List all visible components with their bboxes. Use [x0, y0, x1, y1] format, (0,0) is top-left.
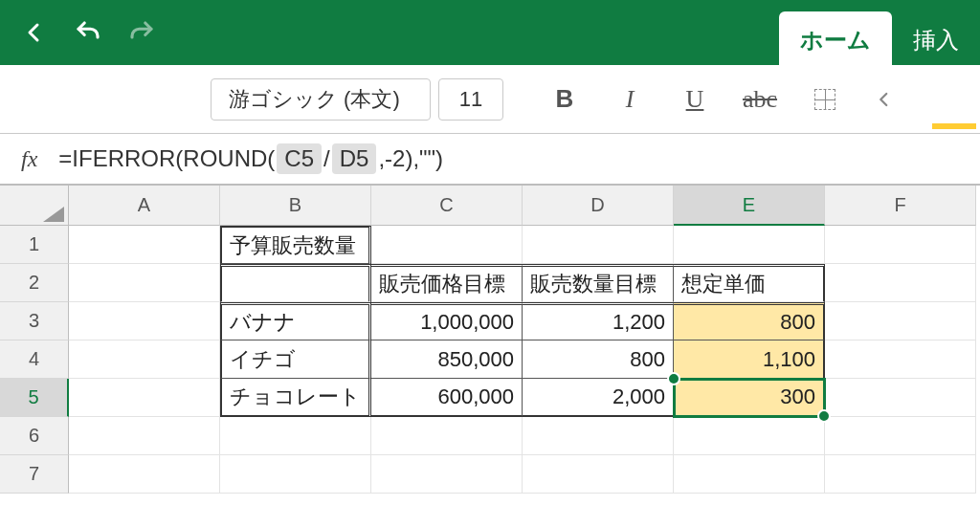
cell-A7[interactable]: [69, 455, 220, 494]
cell-A5[interactable]: [69, 379, 220, 417]
cell-E2[interactable]: 想定単価: [674, 264, 825, 302]
row-header-6[interactable]: 6: [0, 417, 69, 455]
cell-C2[interactable]: 販売価格目標: [371, 264, 523, 302]
row-4: 4 イチゴ 850,000 800 1,100: [0, 340, 980, 379]
spreadsheet-grid: A B C D E F 1 予算販売数量 2 販売価格目標 販売数量目標 想定単…: [0, 186, 980, 494]
cell-B7[interactable]: [220, 455, 371, 494]
fx-icon[interactable]: fx: [21, 146, 37, 172]
row-5: 5 チョコレート 600,000 2,000 300: [0, 379, 980, 417]
col-header-B[interactable]: B: [220, 186, 371, 226]
underline-button[interactable]: U: [666, 77, 724, 122]
row-6: 6: [0, 417, 980, 455]
ribbon-tabs: ホーム 挿入: [779, 8, 980, 65]
cell-B6[interactable]: [220, 417, 371, 455]
cell-F2[interactable]: [825, 264, 976, 302]
cell-A6[interactable]: [69, 417, 220, 455]
strike-button[interactable]: abc: [731, 77, 789, 122]
tab-insert[interactable]: 挿入: [892, 11, 980, 65]
col-header-C[interactable]: C: [371, 186, 523, 226]
cell-E6[interactable]: [674, 417, 825, 455]
cell-B2[interactable]: [220, 264, 371, 302]
cell-C1[interactable]: [371, 226, 523, 264]
cell-D2[interactable]: 販売数量目標: [523, 264, 674, 302]
redo-button[interactable]: [115, 10, 168, 55]
back-button[interactable]: [8, 10, 61, 55]
row-header-2[interactable]: 2: [0, 264, 69, 302]
cell-A1[interactable]: [69, 226, 220, 264]
column-header-row: A B C D E F: [0, 186, 980, 226]
cell-E5[interactable]: 300: [674, 379, 825, 417]
cell-D7[interactable]: [523, 455, 674, 494]
formula-bar: fx =IFERROR(ROUND( C5 / D5 ,-2),""): [0, 134, 980, 186]
cell-D4[interactable]: 800: [523, 340, 674, 379]
cell-D5[interactable]: 2,000: [523, 379, 674, 417]
bold-button[interactable]: B: [536, 77, 593, 122]
cell-C3[interactable]: 1,000,000: [371, 302, 523, 340]
formatting-ribbon: 游ゴシック (本文) 11 B I U abc: [0, 65, 980, 134]
borders-button[interactable]: [796, 77, 854, 122]
tab-home[interactable]: ホーム: [779, 11, 892, 65]
cell-B3[interactable]: バナナ: [220, 302, 371, 340]
cell-F6[interactable]: [825, 417, 976, 455]
formula-input[interactable]: =IFERROR(ROUND( C5 / D5 ,-2),""): [58, 143, 443, 174]
cell-A2[interactable]: [69, 264, 220, 302]
row-header-5[interactable]: 5: [0, 379, 69, 417]
fill-color-accent: [932, 123, 976, 129]
selection-handle-br[interactable]: [817, 409, 831, 423]
selection-handle-tl[interactable]: [667, 372, 680, 385]
row-header-4[interactable]: 4: [0, 340, 69, 379]
cell-B4[interactable]: イチゴ: [220, 340, 371, 379]
cell-B5[interactable]: チョコレート: [220, 379, 371, 417]
cell-C5[interactable]: 600,000: [371, 379, 523, 417]
cell-B1[interactable]: 予算販売数量: [220, 226, 371, 264]
cell-E4[interactable]: 1,100: [674, 340, 825, 379]
row-header-1[interactable]: 1: [0, 226, 69, 264]
italic-button[interactable]: I: [601, 77, 658, 122]
cell-D6[interactable]: [523, 417, 674, 455]
row-3: 3 バナナ 1,000,000 1,200 800: [0, 302, 980, 340]
cell-E3[interactable]: 800: [674, 302, 825, 340]
col-header-F[interactable]: F: [825, 186, 976, 226]
col-header-E[interactable]: E: [674, 186, 825, 226]
cell-E5-value: 300: [780, 384, 815, 409]
app-top-bar: ホーム 挿入: [0, 0, 980, 65]
cell-D3[interactable]: 1,200: [523, 302, 674, 340]
cell-E1[interactable]: [674, 226, 825, 264]
cell-C4[interactable]: 850,000: [371, 340, 523, 379]
col-header-A[interactable]: A: [69, 186, 220, 226]
formula-text-slash: /: [323, 145, 330, 172]
font-name-select[interactable]: 游ゴシック (本文): [211, 78, 431, 121]
cell-C6[interactable]: [371, 417, 523, 455]
ribbon-more-button[interactable]: [861, 77, 907, 122]
row-2: 2 販売価格目標 販売数量目標 想定単価: [0, 264, 980, 302]
formula-text-prefix: =IFERROR(ROUND(: [58, 145, 275, 172]
cell-F7[interactable]: [825, 455, 976, 494]
row-header-7[interactable]: 7: [0, 455, 69, 494]
row-header-3[interactable]: 3: [0, 302, 69, 340]
row-1: 1 予算販売数量: [0, 226, 980, 264]
cell-A4[interactable]: [69, 340, 220, 379]
formula-text-suffix: ,-2),""): [378, 145, 443, 172]
row-7: 7: [0, 455, 980, 494]
undo-button[interactable]: [61, 10, 115, 55]
cell-E7[interactable]: [674, 455, 825, 494]
cell-F3[interactable]: [825, 302, 976, 340]
cell-F1[interactable]: [825, 226, 976, 264]
cell-A3[interactable]: [69, 302, 220, 340]
cell-ref-d5: D5: [332, 143, 377, 174]
cell-F4[interactable]: [825, 340, 976, 379]
cell-D1[interactable]: [523, 226, 674, 264]
cell-C7[interactable]: [371, 455, 523, 494]
cell-F5[interactable]: [825, 379, 976, 417]
borders-icon: [814, 89, 835, 110]
font-size-select[interactable]: 11: [438, 78, 503, 121]
select-all-corner[interactable]: [0, 186, 69, 226]
col-header-D[interactable]: D: [523, 186, 674, 226]
cell-ref-c5: C5: [277, 143, 322, 174]
